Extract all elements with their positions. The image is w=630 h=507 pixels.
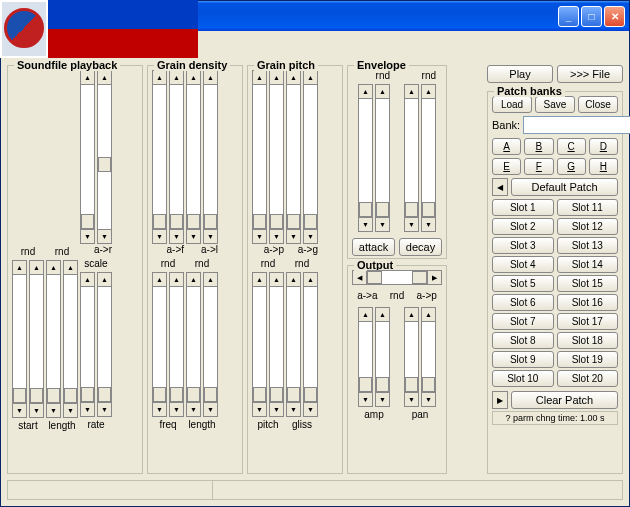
slot-12-button[interactable]: Slot 12 [557, 218, 619, 235]
slider-amp-2[interactable]: ▲▼ [375, 307, 390, 407]
label-env-rnd1: rnd [358, 70, 390, 83]
slider-pitch-rnd[interactable]: ▲▼ [269, 272, 284, 417]
label-rnd: rnd [195, 258, 209, 271]
slider-gliss-main[interactable]: ▲▼ [286, 272, 301, 417]
slider-gliss-top-2[interactable]: ▲▼ [303, 70, 318, 244]
slot-10-button[interactable]: Slot 10 [492, 370, 554, 387]
close-patch-button[interactable]: Close [578, 96, 618, 113]
slider-amp-1[interactable]: ▲▼ [358, 307, 373, 407]
label-rate: rate [87, 419, 104, 432]
slider-rate-top-2[interactable]: ▲▼ [97, 70, 112, 244]
slider-freq-top-2[interactable]: ▲▼ [169, 70, 184, 244]
bank-label: Bank: [492, 119, 520, 131]
bank-b[interactable]: B [524, 138, 553, 155]
label-a-g: a->g [286, 244, 318, 257]
slider-pan-2[interactable]: ▲▼ [421, 307, 436, 407]
parm-change-time[interactable]: ? parm chng time: 1.00 s [492, 411, 618, 425]
default-patch-button[interactable]: Default Patch [511, 178, 618, 196]
group-density: Grain density ▲▼ ▲▼ a->f rnd ▲▼ ▲▼ f [147, 65, 243, 474]
label-rnd: rnd [21, 246, 35, 259]
label-gliss: gliss [292, 419, 312, 432]
prev-patch-button[interactable]: ◀ [492, 178, 508, 196]
slot-15-button[interactable]: Slot 15 [557, 275, 619, 292]
save-button[interactable]: Save [535, 96, 575, 113]
close-button[interactable]: ✕ [604, 6, 625, 27]
label-scale: scale [84, 258, 107, 271]
bank-h[interactable]: H [589, 158, 618, 175]
decay-button[interactable]: decay [399, 238, 442, 256]
clear-patch-button[interactable]: Clear Patch [511, 391, 618, 409]
label-length: length [48, 420, 75, 433]
group-title-envelope: Envelope [354, 59, 409, 71]
label-rnd: rnd [161, 258, 175, 271]
slot-4-button[interactable]: Slot 4 [492, 256, 554, 273]
slot-1-button[interactable]: Slot 1 [492, 199, 554, 216]
bank-d[interactable]: D [589, 138, 618, 155]
file-button[interactable]: >>> File [557, 65, 623, 83]
label-rnd: rnd [261, 258, 275, 271]
slot-14-button[interactable]: Slot 14 [557, 256, 619, 273]
slot-7-button[interactable]: Slot 7 [492, 313, 554, 330]
slider-attack-2[interactable]: ▲▼ [375, 84, 390, 232]
slider-dlen-top-1[interactable]: ▲▼ [186, 70, 201, 244]
slider-dlen-rnd[interactable]: ▲▼ [203, 272, 218, 417]
slider-gliss-rnd[interactable]: ▲▼ [303, 272, 318, 417]
slider-decay-1[interactable]: ▲▼ [404, 84, 419, 232]
bank-c[interactable]: C [557, 138, 586, 155]
slider-gliss-top-1[interactable]: ▲▼ [286, 70, 301, 244]
label-out-rnd: rnd [390, 290, 404, 303]
bank-f[interactable]: F [524, 158, 553, 175]
slider-length-rnd[interactable]: ▲▼ [63, 260, 78, 418]
slider-start-main[interactable]: ▲▼ [12, 260, 27, 418]
slot-18-button[interactable]: Slot 18 [557, 332, 619, 349]
slot-2-button[interactable]: Slot 2 [492, 218, 554, 235]
bank-g[interactable]: G [557, 158, 586, 175]
play-button[interactable]: Play [487, 65, 553, 83]
slider-pitch-main[interactable]: ▲▼ [252, 272, 267, 417]
slot-3-button[interactable]: Slot 3 [492, 237, 554, 254]
bank-input[interactable] [523, 116, 630, 134]
slider-freq-top-1[interactable]: ▲▼ [152, 70, 167, 244]
next-patch-button[interactable]: ▶ [492, 391, 508, 409]
group-title-pitch: Grain pitch [254, 59, 318, 71]
label-a-r: a->r [80, 244, 112, 257]
attack-button[interactable]: attack [352, 238, 395, 256]
label-rnd: rnd [55, 246, 69, 259]
label-dlength: length [188, 419, 215, 432]
slider-freq-rnd[interactable]: ▲▼ [169, 272, 184, 417]
slider-dlen-main[interactable]: ▲▼ [186, 272, 201, 417]
slider-start-rnd[interactable]: ▲▼ [29, 260, 44, 418]
slot-6-button[interactable]: Slot 6 [492, 294, 554, 311]
slider-decay-2[interactable]: ▲▼ [421, 84, 436, 232]
slot-13-button[interactable]: Slot 13 [557, 237, 619, 254]
slider-rate-top-1[interactable]: ▲▼ [80, 70, 95, 244]
maximize-button[interactable]: □ [581, 6, 602, 27]
slot-9-button[interactable]: Slot 9 [492, 351, 554, 368]
slot-11-button[interactable]: Slot 11 [557, 199, 619, 216]
slot-20-button[interactable]: Slot 20 [557, 370, 619, 387]
slot-8-button[interactable]: Slot 8 [492, 332, 554, 349]
load-button[interactable]: Load [492, 96, 532, 113]
bank-e[interactable]: E [492, 158, 521, 175]
label-pan: pan [412, 409, 429, 422]
minimize-button[interactable]: _ [558, 6, 579, 27]
slot-19-button[interactable]: Slot 19 [557, 351, 619, 368]
slider-freq-main[interactable]: ▲▼ [152, 272, 167, 417]
label-start: start [18, 420, 37, 433]
slider-rate-main[interactable]: ▲▼ [80, 272, 95, 417]
slot-5-button[interactable]: Slot 5 [492, 275, 554, 292]
slot-17-button[interactable]: Slot 17 [557, 313, 619, 330]
label-freq: freq [159, 419, 176, 432]
slider-pitch-top-1[interactable]: ▲▼ [252, 70, 267, 244]
slider-length-main[interactable]: ▲▼ [46, 260, 61, 418]
label-a-f: a->f [152, 244, 184, 257]
bank-a[interactable]: A [492, 138, 521, 155]
slider-pan-1[interactable]: ▲▼ [404, 307, 419, 407]
slot-16-button[interactable]: Slot 16 [557, 294, 619, 311]
group-title-soundfile: Soundfile playback [14, 59, 120, 71]
slider-pitch-top-2[interactable]: ▲▼ [269, 70, 284, 244]
slider-attack-1[interactable]: ▲▼ [358, 84, 373, 232]
slider-dlen-top-2[interactable]: ▲▼ [203, 70, 218, 244]
hslider-output[interactable]: ◀▶ [352, 270, 442, 285]
slider-rate-scale[interactable]: ▲▼ [97, 272, 112, 417]
